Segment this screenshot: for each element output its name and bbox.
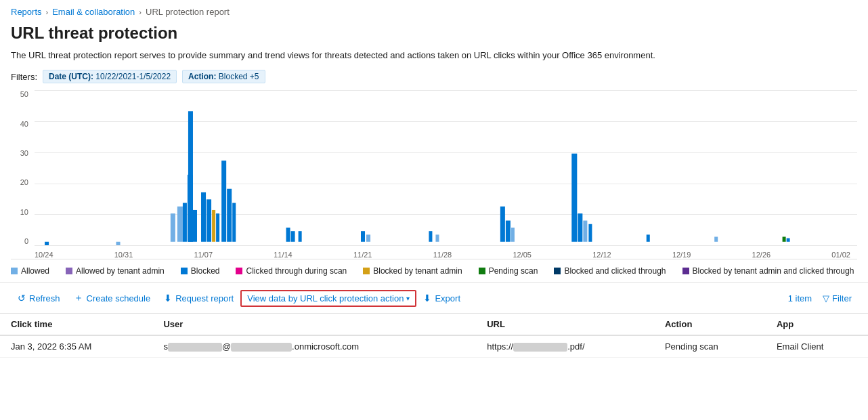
svg-rect-9: [207, 200, 211, 242]
chart-area: 50 40 30 20 10 0: [11, 90, 857, 259]
export-button[interactable]: ⬇ Export: [416, 289, 467, 307]
svg-rect-15: [286, 228, 290, 242]
col-action: Action: [654, 314, 766, 335]
chart-legend: Allowed Allowed by tenant admin Blocked …: [0, 259, 868, 282]
svg-rect-32: [787, 238, 790, 242]
filters-bar: Filters: Date (UTC): 10/22/2021-1/5/2022…: [0, 67, 868, 90]
svg-rect-6: [171, 213, 175, 242]
download-icon: ⬇: [164, 293, 172, 303]
date-filter-chip[interactable]: Date (UTC): 10/22/2021-1/5/2022: [43, 70, 177, 83]
svg-rect-3: [177, 207, 183, 242]
cell-url: https:// .pdf/: [476, 335, 654, 358]
cell-click-time: Jan 3, 2022 6:35 AM: [0, 335, 152, 358]
refresh-icon: ↺: [18, 293, 26, 303]
svg-rect-19: [366, 235, 370, 242]
svg-rect-10: [212, 210, 215, 242]
page-description: The URL threat protection report serves …: [0, 47, 868, 67]
col-url: URL: [476, 314, 654, 335]
page-title: URL threat protection: [0, 21, 868, 47]
legend-allowed-tenant: Allowed by tenant admin: [66, 266, 165, 276]
svg-rect-11: [216, 213, 219, 242]
svg-rect-23: [506, 221, 511, 242]
filter-button[interactable]: ▽ Filter: [817, 290, 857, 307]
export-icon: ⬇: [423, 293, 431, 303]
svg-rect-16: [291, 231, 295, 242]
svg-rect-0: [45, 242, 49, 245]
svg-rect-4: [183, 203, 187, 242]
create-schedule-button[interactable]: ＋ Create schedule: [67, 289, 158, 308]
legend-blocked: Blocked: [181, 266, 220, 276]
svg-rect-13: [227, 189, 232, 242]
col-click-time: Click time: [0, 314, 152, 335]
legend-pending-scan: Pending scan: [479, 266, 538, 276]
item-count: 1 item: [788, 293, 812, 303]
user-blurred-1: [168, 343, 222, 352]
chart-y-axis: 50 40 30 20 10 0: [11, 90, 31, 245]
breadcrumb: Reports › Email & collaboration › URL pr…: [0, 0, 868, 21]
legend-dot-blocked-clicked: [554, 268, 561, 274]
legend-dot-blocked-tenant-clicked: [682, 268, 689, 274]
svg-rect-20: [429, 231, 432, 242]
svg-rect-18: [361, 231, 365, 242]
svg-rect-24: [511, 228, 515, 242]
action-filter-chip[interactable]: Action: Blocked +5: [182, 70, 265, 83]
legend-blocked-tenant: Blocked by tenant admin: [363, 266, 462, 276]
filters-label: Filters:: [11, 72, 37, 82]
breadcrumb-reports[interactable]: Reports: [11, 7, 42, 17]
col-app: App: [766, 314, 868, 335]
col-user: User: [152, 314, 476, 335]
legend-dot-allowed-tenant: [66, 268, 72, 274]
svg-rect-27: [583, 221, 587, 242]
svg-rect-14: [232, 203, 236, 242]
view-data-button[interactable]: View data by URL click protection action…: [240, 290, 416, 307]
legend-blocked-tenant-clicked: Blocked by tenant admin and clicked thro…: [682, 266, 854, 276]
breadcrumb-email[interactable]: Email & collaboration: [52, 7, 135, 17]
legend-allowed: Allowed: [11, 266, 49, 276]
table-header-row: Click time User URL Action App: [0, 314, 868, 335]
toolbar: ↺ Refresh ＋ Create schedule ⬇ Request re…: [0, 282, 868, 314]
filter-icon: ▽: [823, 293, 829, 303]
legend-clicked-during-scan: Clicked through during scan: [236, 266, 347, 276]
breadcrumb-sep-1: ›: [46, 8, 49, 16]
svg-rect-30: [714, 237, 718, 242]
svg-rect-29: [647, 235, 650, 242]
breadcrumb-current: URL protection report: [146, 7, 230, 17]
svg-rect-8: [201, 192, 206, 242]
legend-dot-allowed: [11, 268, 18, 274]
svg-rect-25: [571, 154, 577, 242]
legend-dot-blocked-tenant: [363, 268, 370, 274]
chart-svg: [35, 90, 850, 245]
svg-rect-28: [588, 224, 592, 242]
legend-dot-clicked-scan: [236, 268, 242, 274]
svg-rect-26: [578, 213, 582, 242]
svg-rect-12: [221, 161, 226, 242]
chart-x-axis: 10/24 10/31 11/07 11/14 11/21 11/28 12/0…: [35, 251, 850, 259]
svg-rect-31: [783, 237, 786, 242]
cell-app: Email Client: [766, 335, 868, 358]
svg-rect-5: [193, 210, 197, 242]
breadcrumb-sep-2: ›: [139, 8, 142, 16]
user-blurred-2: [231, 343, 292, 352]
url-blurred: [513, 343, 567, 352]
svg-rect-22: [500, 207, 505, 242]
legend-dot-blocked: [181, 268, 188, 274]
data-table: Click time User URL Action App Jan 3, 20…: [0, 314, 868, 358]
table-row: Jan 3, 2022 6:35 AM s @ .onmicrosoft.com…: [0, 335, 868, 358]
legend-blocked-clicked: Blocked and clicked through: [554, 266, 666, 276]
cell-action: Pending scan: [654, 335, 766, 358]
svg-rect-1: [116, 242, 121, 245]
chevron-down-icon: ▾: [406, 295, 410, 302]
legend-dot-pending-scan: [479, 268, 485, 274]
svg-rect-21: [435, 235, 439, 242]
refresh-button[interactable]: ↺ Refresh: [11, 289, 67, 307]
request-report-button[interactable]: ⬇ Request report: [157, 289, 240, 307]
svg-rect-17: [299, 231, 302, 242]
cell-user: s @ .onmicrosoft.com: [152, 335, 476, 358]
svg-rect-7: [188, 111, 193, 242]
plus-icon: ＋: [74, 292, 83, 304]
